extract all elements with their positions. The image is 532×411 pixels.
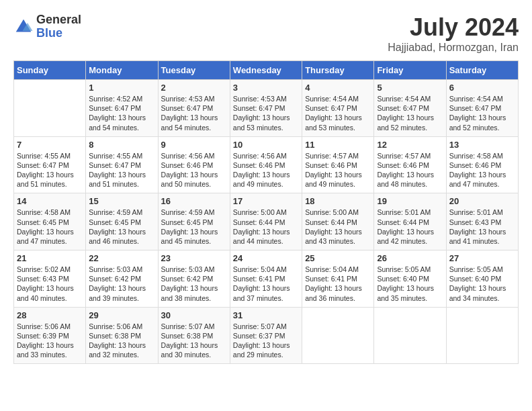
- calendar-cell: 16 Sunrise: 4:59 AMSunset: 6:45 PMDaylig…: [158, 193, 230, 250]
- day-number: 19: [377, 196, 443, 206]
- calendar-cell: [14, 80, 86, 137]
- day-info: Sunrise: 5:05 AMSunset: 6:40 PMDaylight:…: [449, 265, 515, 303]
- calendar-cell: 12 Sunrise: 4:57 AMSunset: 6:46 PMDaylig…: [374, 136, 446, 193]
- day-info: Sunrise: 5:07 AMSunset: 6:37 PMDaylight:…: [233, 322, 299, 360]
- day-number: 23: [161, 253, 227, 263]
- day-number: 10: [233, 140, 299, 150]
- calendar-cell: 18 Sunrise: 5:00 AMSunset: 6:44 PMDaylig…: [302, 193, 374, 250]
- calendar-cell: 23 Sunrise: 5:03 AMSunset: 6:42 PMDaylig…: [158, 250, 230, 308]
- calendar-row: 28 Sunrise: 5:06 AMSunset: 6:39 PMDaylig…: [14, 307, 519, 364]
- day-number: 20: [449, 196, 515, 206]
- calendar-cell: 14 Sunrise: 4:58 AMSunset: 6:45 PMDaylig…: [14, 193, 86, 250]
- day-info: Sunrise: 4:58 AMSunset: 6:46 PMDaylight:…: [449, 151, 515, 189]
- calendar-table: SundayMondayTuesdayWednesdayThursdayFrid…: [13, 60, 519, 364]
- day-info: Sunrise: 4:57 AMSunset: 6:46 PMDaylight:…: [305, 151, 371, 189]
- day-info: Sunrise: 5:03 AMSunset: 6:42 PMDaylight:…: [161, 265, 227, 303]
- day-number: 28: [17, 310, 83, 320]
- calendar-cell: 8 Sunrise: 4:55 AMSunset: 6:47 PMDayligh…: [86, 136, 158, 193]
- day-info: Sunrise: 4:56 AMSunset: 6:46 PMDaylight:…: [233, 151, 299, 189]
- day-info: Sunrise: 5:00 AMSunset: 6:44 PMDaylight:…: [233, 208, 299, 246]
- weekday-header: Saturday: [446, 61, 518, 80]
- weekday-header: Tuesday: [158, 61, 230, 80]
- day-number: 31: [233, 310, 299, 320]
- calendar-cell: 28 Sunrise: 5:06 AMSunset: 6:39 PMDaylig…: [14, 307, 86, 364]
- day-info: Sunrise: 4:57 AMSunset: 6:46 PMDaylight:…: [377, 151, 443, 189]
- day-number: 1: [89, 83, 154, 93]
- page-header: General Blue July 2024 Hajjiabad, Hormoz…: [13, 13, 519, 54]
- calendar-cell: 6 Sunrise: 4:54 AMSunset: 6:47 PMDayligh…: [446, 80, 518, 137]
- calendar-cell: 4 Sunrise: 4:54 AMSunset: 6:47 PMDayligh…: [302, 80, 374, 137]
- day-info: Sunrise: 5:02 AMSunset: 6:43 PMDaylight:…: [17, 265, 83, 303]
- day-info: Sunrise: 5:04 AMSunset: 6:41 PMDaylight:…: [305, 265, 371, 303]
- day-number: 16: [161, 196, 227, 206]
- calendar-cell: 7 Sunrise: 4:55 AMSunset: 6:47 PMDayligh…: [14, 136, 86, 193]
- day-info: Sunrise: 4:58 AMSunset: 6:45 PMDaylight:…: [17, 208, 83, 246]
- month-year: July 2024: [388, 13, 519, 42]
- day-info: Sunrise: 4:54 AMSunset: 6:47 PMDaylight:…: [449, 94, 515, 132]
- logo-icon: [13, 17, 34, 37]
- logo-line1: General: [36, 13, 81, 27]
- day-number: 15: [89, 196, 154, 206]
- day-info: Sunrise: 4:56 AMSunset: 6:46 PMDaylight:…: [161, 151, 227, 189]
- day-info: Sunrise: 4:53 AMSunset: 6:47 PMDaylight:…: [161, 94, 227, 132]
- calendar-cell: [446, 307, 518, 364]
- day-number: 14: [17, 196, 83, 206]
- calendar-cell: 11 Sunrise: 4:57 AMSunset: 6:46 PMDaylig…: [302, 136, 374, 193]
- calendar-cell: 2 Sunrise: 4:53 AMSunset: 6:47 PMDayligh…: [158, 80, 230, 137]
- day-number: 22: [89, 253, 154, 263]
- day-info: Sunrise: 4:55 AMSunset: 6:47 PMDaylight:…: [17, 151, 83, 189]
- day-number: 24: [233, 253, 299, 263]
- day-info: Sunrise: 5:04 AMSunset: 6:41 PMDaylight:…: [233, 265, 299, 303]
- day-number: 7: [17, 140, 83, 150]
- calendar-cell: 15 Sunrise: 4:59 AMSunset: 6:45 PMDaylig…: [86, 193, 158, 250]
- day-number: 11: [305, 140, 371, 150]
- calendar-row: 14 Sunrise: 4:58 AMSunset: 6:45 PMDaylig…: [14, 193, 519, 250]
- day-number: 29: [89, 310, 154, 320]
- day-number: 18: [305, 196, 371, 206]
- calendar-row: 1 Sunrise: 4:52 AMSunset: 6:47 PMDayligh…: [14, 80, 519, 137]
- day-number: 25: [305, 253, 371, 263]
- day-info: Sunrise: 4:59 AMSunset: 6:45 PMDaylight:…: [89, 208, 154, 246]
- calendar-cell: 10 Sunrise: 4:56 AMSunset: 6:46 PMDaylig…: [230, 136, 302, 193]
- day-info: Sunrise: 5:01 AMSunset: 6:43 PMDaylight:…: [449, 208, 515, 246]
- day-number: 27: [449, 253, 515, 263]
- calendar-row: 7 Sunrise: 4:55 AMSunset: 6:47 PMDayligh…: [14, 136, 519, 193]
- calendar-cell: 20 Sunrise: 5:01 AMSunset: 6:43 PMDaylig…: [446, 193, 518, 250]
- weekday-header: Monday: [86, 61, 158, 80]
- weekday-header: Friday: [374, 61, 446, 80]
- day-number: 6: [449, 83, 515, 93]
- day-info: Sunrise: 5:06 AMSunset: 6:38 PMDaylight:…: [89, 322, 154, 360]
- day-number: 5: [377, 83, 443, 93]
- calendar-cell: 13 Sunrise: 4:58 AMSunset: 6:46 PMDaylig…: [446, 136, 518, 193]
- calendar-cell: 1 Sunrise: 4:52 AMSunset: 6:47 PMDayligh…: [86, 80, 158, 137]
- day-number: 21: [17, 253, 83, 263]
- day-number: 9: [161, 140, 227, 150]
- day-number: 12: [377, 140, 443, 150]
- day-info: Sunrise: 4:54 AMSunset: 6:47 PMDaylight:…: [305, 94, 371, 132]
- calendar-cell: 25 Sunrise: 5:04 AMSunset: 6:41 PMDaylig…: [302, 250, 374, 308]
- calendar-cell: 21 Sunrise: 5:02 AMSunset: 6:43 PMDaylig…: [14, 250, 86, 308]
- calendar-cell: 5 Sunrise: 4:54 AMSunset: 6:47 PMDayligh…: [374, 80, 446, 137]
- calendar-cell: 26 Sunrise: 5:05 AMSunset: 6:40 PMDaylig…: [374, 250, 446, 308]
- logo-line2: Blue: [36, 27, 81, 40]
- logo-text: General Blue: [36, 13, 81, 40]
- calendar-cell: 31 Sunrise: 5:07 AMSunset: 6:37 PMDaylig…: [230, 307, 302, 364]
- day-number: 26: [377, 253, 443, 263]
- day-info: Sunrise: 5:07 AMSunset: 6:38 PMDaylight:…: [161, 322, 227, 360]
- day-info: Sunrise: 4:55 AMSunset: 6:47 PMDaylight:…: [89, 151, 154, 189]
- calendar-cell: 17 Sunrise: 5:00 AMSunset: 6:44 PMDaylig…: [230, 193, 302, 250]
- calendar-cell: 24 Sunrise: 5:04 AMSunset: 6:41 PMDaylig…: [230, 250, 302, 308]
- day-info: Sunrise: 5:06 AMSunset: 6:39 PMDaylight:…: [17, 322, 83, 360]
- day-number: 3: [233, 83, 299, 93]
- day-info: Sunrise: 4:53 AMSunset: 6:47 PMDaylight:…: [233, 94, 299, 132]
- day-info: Sunrise: 4:59 AMSunset: 6:45 PMDaylight:…: [161, 208, 227, 246]
- calendar-cell: [302, 307, 374, 364]
- title-block: July 2024 Hajjiabad, Hormozgan, Iran: [388, 13, 519, 54]
- weekday-header-row: SundayMondayTuesdayWednesdayThursdayFrid…: [14, 61, 519, 80]
- day-info: Sunrise: 4:54 AMSunset: 6:47 PMDaylight:…: [377, 94, 443, 132]
- calendar-row: 21 Sunrise: 5:02 AMSunset: 6:43 PMDaylig…: [14, 250, 519, 308]
- calendar-cell: 3 Sunrise: 4:53 AMSunset: 6:47 PMDayligh…: [230, 80, 302, 137]
- day-number: 17: [233, 196, 299, 206]
- location: Hajjiabad, Hormozgan, Iran: [388, 42, 519, 54]
- calendar-cell: 19 Sunrise: 5:01 AMSunset: 6:44 PMDaylig…: [374, 193, 446, 250]
